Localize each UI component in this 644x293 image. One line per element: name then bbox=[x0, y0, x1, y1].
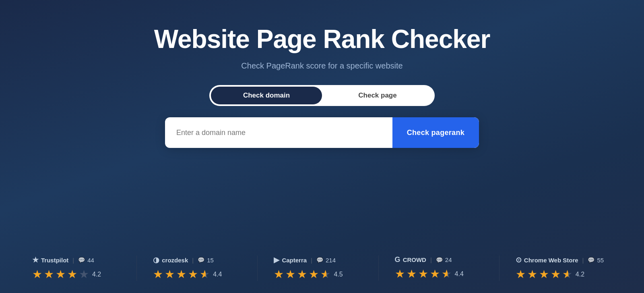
rating-item: ◑crozdesk|💬15★★★★★4.4 bbox=[136, 256, 257, 281]
rating-item: ▶Capterra|💬214★★★★★4.5 bbox=[257, 256, 378, 281]
review-count-icon: 💬 bbox=[316, 257, 323, 263]
star-icon: ★ bbox=[418, 267, 428, 281]
rating-score: 4.4 bbox=[455, 270, 464, 278]
check-pagerank-button[interactable]: Check pagerank bbox=[392, 117, 479, 148]
rating-item: ★Trustpilot|💬44★★★★★4.2 bbox=[24, 256, 136, 281]
tab-check-page[interactable]: Check page bbox=[322, 87, 433, 104]
star-icon: ★ bbox=[527, 268, 537, 281]
rating-score: 4.2 bbox=[92, 271, 101, 278]
rating-score: 4.2 bbox=[576, 271, 584, 278]
star-icon: ★ bbox=[551, 268, 561, 281]
stars-row: ★★★★★4.5 bbox=[274, 268, 378, 281]
platform-name: crozdesk bbox=[162, 257, 188, 264]
rating-item: ⊙Chrome Web Store|💬55★★★★★4.2 bbox=[499, 256, 620, 281]
stars-row: ★★★★★4.2 bbox=[32, 268, 136, 281]
star-icon: ★ bbox=[516, 268, 526, 281]
stars-row: ★★★★★4.4 bbox=[395, 267, 499, 281]
platform-icon: G bbox=[395, 256, 400, 264]
star-icon: ★ bbox=[395, 267, 405, 281]
page-title: Website Page Rank Checker bbox=[154, 24, 490, 54]
platform-name: CROWD bbox=[403, 256, 426, 263]
platform-icon: ▶ bbox=[274, 256, 279, 264]
star-icon: ★ bbox=[274, 268, 284, 281]
review-count: 24 bbox=[445, 256, 452, 263]
review-count: 15 bbox=[207, 257, 214, 264]
platform-name: Capterra bbox=[282, 257, 307, 264]
rating-header: ⊙Chrome Web Store|💬55 bbox=[516, 256, 620, 264]
rating-item: GCROWD|💬24★★★★★4.4 bbox=[378, 256, 499, 281]
platform-icon: ◑ bbox=[153, 256, 159, 264]
rating-header: ▶Capterra|💬214 bbox=[274, 256, 378, 264]
stars-row: ★★★★★4.2 bbox=[516, 268, 620, 281]
star-icon: ★ bbox=[79, 268, 89, 281]
star-icon: ★ bbox=[44, 268, 54, 281]
ratings-bar: ★Trustpilot|💬44★★★★★4.2◑crozdesk|💬15★★★★… bbox=[0, 256, 644, 281]
star-icon: ★ bbox=[320, 268, 330, 281]
hero-section: Website Page Rank Checker Check PageRank… bbox=[0, 24, 644, 172]
domain-input[interactable] bbox=[165, 117, 392, 148]
tab-check-domain[interactable]: Check domain bbox=[211, 87, 322, 104]
review-count-icon: 💬 bbox=[198, 257, 204, 263]
star-icon: ★ bbox=[562, 268, 572, 281]
page-subtitle: Check PageRank score for a specific webs… bbox=[241, 61, 402, 71]
review-count: 214 bbox=[326, 257, 336, 264]
star-icon: ★ bbox=[56, 268, 66, 281]
star-icon: ★ bbox=[430, 267, 440, 281]
star-icon: ★ bbox=[407, 267, 417, 281]
star-icon: ★ bbox=[297, 268, 307, 281]
platform-icon: ★ bbox=[32, 256, 39, 264]
star-icon: ★ bbox=[539, 268, 549, 281]
search-box: Check pagerank bbox=[165, 117, 479, 148]
star-icon: ★ bbox=[67, 268, 77, 281]
star-icon: ★ bbox=[309, 268, 319, 281]
star-icon: ★ bbox=[165, 268, 175, 281]
star-icon: ★ bbox=[200, 268, 210, 281]
platform-name: Trustpilot bbox=[41, 257, 68, 264]
review-count-icon: 💬 bbox=[78, 257, 85, 263]
rating-score: 4.4 bbox=[213, 271, 222, 278]
platform-icon: ⊙ bbox=[516, 256, 522, 264]
star-icon: ★ bbox=[176, 268, 186, 281]
rating-header: ◑crozdesk|💬15 bbox=[153, 256, 257, 264]
review-count-icon: 💬 bbox=[588, 257, 594, 263]
stars-row: ★★★★★4.4 bbox=[153, 268, 257, 281]
review-count-icon: 💬 bbox=[436, 257, 443, 263]
rating-header: GCROWD|💬24 bbox=[395, 256, 499, 264]
star-icon: ★ bbox=[188, 268, 198, 281]
rating-header: ★Trustpilot|💬44 bbox=[32, 256, 136, 264]
platform-name: Chrome Web Store bbox=[524, 257, 578, 264]
star-icon: ★ bbox=[32, 268, 42, 281]
star-icon: ★ bbox=[153, 268, 163, 281]
star-icon: ★ bbox=[442, 267, 452, 281]
tab-toggle: Check domain Check page bbox=[209, 85, 435, 106]
review-count: 44 bbox=[87, 257, 94, 264]
star-icon: ★ bbox=[285, 268, 295, 281]
review-count: 55 bbox=[597, 257, 604, 264]
rating-score: 4.5 bbox=[334, 271, 343, 278]
